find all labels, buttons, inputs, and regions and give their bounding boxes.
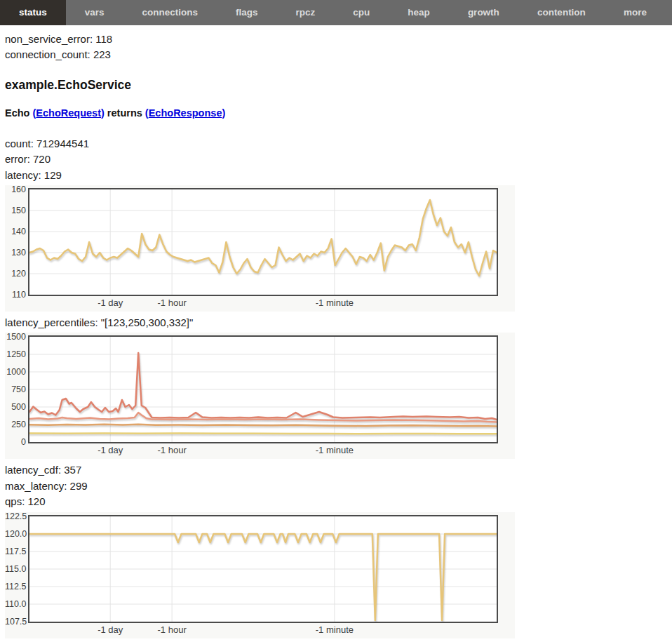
tab-heap[interactable]: heap [389, 0, 449, 25]
stat-connection_count: connection_count: 223 [5, 47, 672, 62]
latency-chart: 160150140130120110 -1 day-1 hour-1 minut… [5, 185, 515, 312]
service-title: example.EchoService [5, 78, 672, 93]
y-axis-labels: 1500125010007505002500 [5, 335, 28, 443]
series-latency [29, 200, 497, 276]
y-tick-label: 1250 [5, 349, 26, 360]
signature-text: returns [105, 107, 145, 119]
tab-flags[interactable]: flags [217, 0, 277, 25]
x-tick-label: -1 day [75, 624, 145, 635]
qps-chart: 122.5120.0117.5115.0112.5110.0107.5 -1 d… [5, 512, 515, 638]
y-axis-labels: 122.5120.0117.5115.0112.5110.0107.5 [5, 515, 28, 623]
y-tick-label: 115.0 [5, 563, 26, 575]
tab-status[interactable]: status [0, 0, 66, 25]
plot-area [28, 335, 498, 443]
series-p50 [29, 434, 497, 434]
series-qps [29, 534, 497, 620]
stat-max_latency: max_latency: 299 [5, 479, 672, 494]
tab-cpu[interactable]: cpu [334, 0, 389, 25]
x-tick-label: -1 hour [137, 445, 207, 455]
y-tick-label: 120 [5, 268, 26, 279]
latency-percentiles-chart: 1500125010007505002500 -1 day-1 hour-1 m… [5, 333, 515, 459]
y-tick-label: 0 [5, 436, 26, 448]
chart-row: 122.5120.0117.5115.0112.5110.0107.5 -1 d… [5, 515, 515, 638]
server-stats: non_service_error: 118connection_count: … [5, 32, 672, 63]
stat-latency_cdf: latency_cdf: 357 [5, 462, 672, 478]
y-tick-label: 1000 [5, 366, 26, 377]
y-tick-label: 150 [5, 205, 26, 216]
tab-contention[interactable]: contention [518, 0, 605, 25]
method-stats-mid: latency_cdf: 357max_latency: 299qps: 120 [5, 462, 672, 509]
plot-column: -1 day-1 hour-1 minute [28, 188, 498, 311]
y-tick-label: 130 [5, 247, 26, 258]
stat-error: error: 720 [5, 152, 672, 167]
x-axis-labels: -1 day-1 hour-1 minute [28, 623, 498, 638]
chart-row: 1500125010007505002500 -1 day-1 hour-1 m… [5, 335, 515, 458]
tab-growth[interactable]: growth [449, 0, 518, 25]
signature-text: Echo [5, 107, 32, 119]
link-EchoResponse[interactable]: EchoResponse [149, 107, 222, 119]
y-tick-label: 110.0 [5, 598, 26, 610]
top-nav: statusvarsconnectionsflagsrpczcpuheapgro… [0, 0, 672, 25]
x-tick-label: -1 hour [137, 297, 207, 308]
tab-connections[interactable]: connections [123, 0, 217, 25]
y-tick-label: 120.0 [5, 528, 26, 540]
y-tick-label: 750 [5, 384, 26, 395]
y-tick-label: 500 [5, 401, 26, 413]
x-tick-label: -1 day [75, 445, 145, 455]
tab-vars[interactable]: vars [66, 0, 123, 25]
series-p999 [29, 353, 497, 420]
y-axis-labels: 160150140130120110 [5, 188, 28, 296]
latency-percentiles-stat: latency_percentiles: "[123,250,300,332]" [5, 315, 672, 330]
chart-row: 160150140130120110 -1 day-1 hour-1 minut… [5, 188, 515, 311]
signature-text: ) [222, 107, 225, 119]
x-tick-label: -1 day [75, 297, 145, 308]
y-tick-label: 1500 [5, 331, 26, 342]
chart-canvas [29, 337, 497, 442]
plot-area [28, 515, 498, 623]
chart-canvas [29, 189, 497, 295]
stat-qps: qps: 120 [5, 494, 672, 509]
y-tick-label: 250 [5, 419, 26, 430]
stat-latency: latency: 129 [5, 168, 672, 183]
link-EchoRequest[interactable]: EchoRequest [36, 107, 101, 119]
plot-column: -1 day-1 hour-1 minute [28, 335, 498, 458]
x-tick-label: -1 hour [137, 624, 207, 635]
stat-count: count: 712944541 [5, 136, 672, 152]
y-tick-label: 122.5 [5, 511, 26, 522]
y-tick-label: 110 [5, 289, 26, 300]
x-tick-label: -1 minute [300, 297, 370, 308]
x-axis-labels: -1 day-1 hour-1 minute [28, 443, 498, 458]
stat-latency_percentiles: latency_percentiles: "[123,250,300,332]" [5, 315, 672, 330]
x-axis-labels: -1 day-1 hour-1 minute [28, 296, 498, 311]
y-tick-label: 107.5 [5, 616, 26, 627]
method-stats-top: count: 712944541error: 720latency: 129 [5, 136, 672, 183]
tab-more[interactable]: more [605, 0, 666, 25]
x-tick-label: -1 minute [300, 445, 370, 455]
plot-column: -1 day-1 hour-1 minute [28, 515, 498, 638]
status-page: non_service_error: 118connection_count: … [0, 25, 672, 642]
chart-canvas [29, 516, 497, 622]
y-tick-label: 140 [5, 226, 26, 237]
y-tick-label: 160 [5, 184, 26, 195]
stat-non_service_error: non_service_error: 118 [5, 32, 672, 47]
plot-area [28, 188, 498, 296]
x-tick-label: -1 minute [300, 624, 370, 635]
y-tick-label: 112.5 [5, 581, 26, 592]
method-signature: Echo (EchoRequest) returns (EchoResponse… [5, 107, 672, 119]
tab-rpcz[interactable]: rpcz [277, 0, 335, 25]
y-tick-label: 117.5 [5, 546, 26, 557]
